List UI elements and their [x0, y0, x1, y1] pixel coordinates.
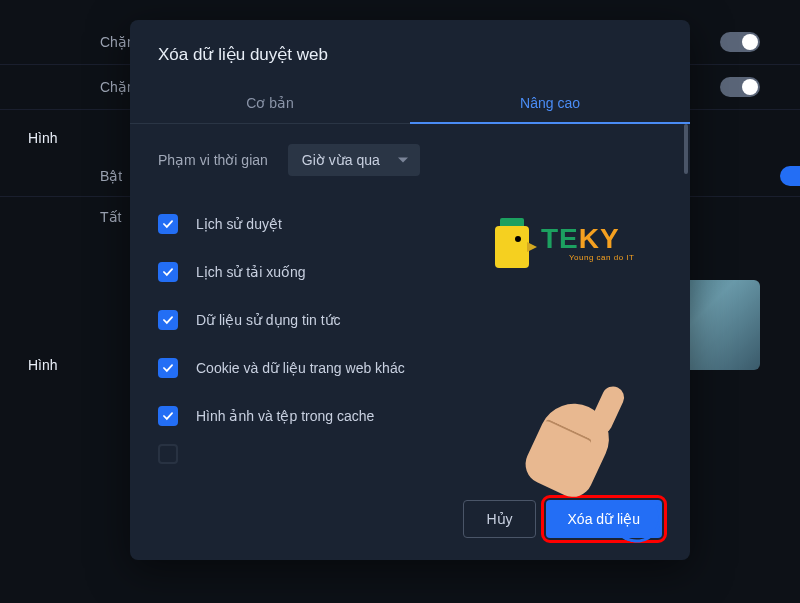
checkbox-icon[interactable] [158, 406, 178, 426]
checkbox-icon[interactable] [158, 310, 178, 330]
chevron-down-icon [398, 158, 408, 163]
option-label: Cookie và dữ liệu trang web khác [196, 360, 405, 376]
toggle-switch[interactable] [720, 77, 760, 97]
dropdown-selected: Giờ vừa qua [302, 152, 380, 168]
toggle-switch-on[interactable] [780, 166, 800, 186]
option-news-data[interactable]: Dữ liệu sử dụng tin tức [158, 296, 662, 344]
checkbox-icon[interactable] [158, 214, 178, 234]
scrollbar[interactable] [684, 124, 688, 174]
tab-basic[interactable]: Cơ bản [130, 83, 410, 123]
checkbox-icon[interactable] [158, 262, 178, 282]
setting-label: Bật [100, 168, 122, 184]
tab-advanced[interactable]: Nâng cao [410, 83, 690, 123]
teky-tagline: Young can do IT [569, 253, 634, 262]
teky-text: TEKY Young can do IT [541, 225, 634, 262]
time-range-dropdown[interactable]: Giờ vừa qua [288, 144, 420, 176]
checkbox-icon [158, 444, 178, 464]
cancel-button[interactable]: Hủy [463, 500, 535, 538]
time-range-row: Phạm vi thời gian Giờ vừa qua [158, 144, 662, 176]
option-label: Hình ảnh và tệp trong cache [196, 408, 374, 424]
dialog-title: Xóa dữ liệu duyệt web [130, 20, 690, 83]
option-label: Lịch sử duyệt [196, 216, 282, 232]
teky-mascot-icon [495, 218, 537, 268]
option-label: Dữ liệu sử dụng tin tức [196, 312, 341, 328]
teky-name: TEKY [541, 225, 634, 253]
tab-bar: Cơ bản Nâng cao [130, 83, 690, 124]
time-range-label: Phạm vi thời gian [158, 152, 268, 168]
option-label: Lịch sử tải xuống [196, 264, 306, 280]
toggle-switch[interactable] [720, 32, 760, 52]
teky-logo-watermark: TEKY Young can do IT [495, 218, 634, 268]
setting-label: Tất [100, 209, 121, 225]
checkbox-icon[interactable] [158, 358, 178, 378]
